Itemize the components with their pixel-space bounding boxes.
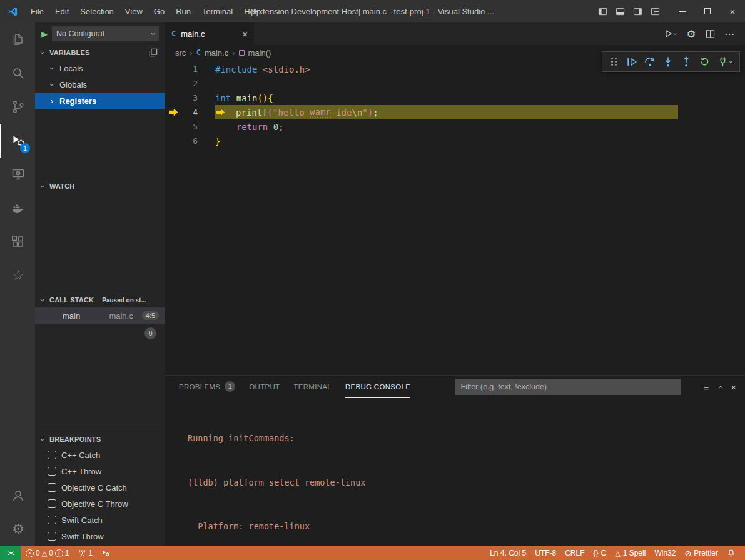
watch-header[interactable]: › WATCH xyxy=(35,179,165,194)
sidebar-item-docker[interactable] xyxy=(0,191,35,225)
menu-go[interactable]: Go xyxy=(148,7,170,16)
menu-run[interactable]: Run xyxy=(170,7,196,16)
breakpoint-cpp-catch[interactable]: C++ Catch xyxy=(35,447,165,463)
settings-button[interactable]: ⚙ xyxy=(0,512,35,546)
code-token: printf xyxy=(236,108,268,118)
menu-view[interactable]: View xyxy=(119,7,148,16)
sidebar-item-run-debug[interactable]: 1 xyxy=(0,124,35,158)
gripper-icon xyxy=(611,58,617,66)
tree-item-label: Locals xyxy=(59,64,83,73)
ports-status[interactable]: 1 xyxy=(74,546,98,560)
code-token: return xyxy=(236,122,268,132)
tab-main-c[interactable]: C main.c × xyxy=(165,22,254,45)
start-debug-icon[interactable]: ▶ xyxy=(41,29,48,39)
maximize-button[interactable] xyxy=(695,0,720,22)
code-line[interactable]: 3 int main(){ xyxy=(165,91,745,105)
menu-edit[interactable]: Edit xyxy=(49,7,74,16)
variables-item-locals[interactable]: › Locals xyxy=(35,60,165,76)
accounts-button[interactable] xyxy=(0,479,35,512)
breakpoint-objc-catch[interactable]: Objective C Catch xyxy=(35,479,165,496)
editor-settings-icon[interactable]: ⚙ xyxy=(687,28,696,40)
code-line[interactable]: 6 } xyxy=(165,134,745,148)
restart-button[interactable] xyxy=(696,54,712,70)
code-line-current[interactable]: 4 printf("hello wamr-ide\n"); xyxy=(165,105,745,119)
menu-selection[interactable]: Selection xyxy=(74,7,119,16)
toggle-sidebar-icon[interactable] xyxy=(594,0,611,22)
tab-debug-console[interactable]: DEBUG CONSOLE xyxy=(345,376,410,398)
debug-status[interactable] xyxy=(97,546,114,560)
code-editor[interactable]: 1 #include <stdio.h> 2 3 int main(){ 4 p… xyxy=(165,60,745,375)
breadcrumb-symbol[interactable]: main() xyxy=(248,48,271,58)
collapse-all-icon[interactable] xyxy=(149,48,158,57)
close-panel-icon[interactable]: × xyxy=(731,382,736,392)
step-into-button[interactable] xyxy=(660,54,676,70)
console-filter-input[interactable] xyxy=(455,379,681,395)
checkbox[interactable] xyxy=(48,451,56,459)
sidebar-item-explorer[interactable] xyxy=(0,22,35,56)
checkbox[interactable] xyxy=(48,499,56,508)
frame-position-badge: 4:5 xyxy=(142,311,159,320)
docker-icon xyxy=(11,201,26,216)
variables-item-registers[interactable]: › Registers xyxy=(35,92,165,109)
continue-button[interactable] xyxy=(624,54,640,70)
call-stack-header[interactable]: › CALL STACK Paused on st... xyxy=(35,292,165,308)
breadcrumb-src[interactable]: src xyxy=(175,48,186,58)
settings-gear-icon: ⚙ xyxy=(12,522,24,536)
inline-breakpoint-icon[interactable] xyxy=(215,109,236,116)
breakpoints-header[interactable]: › BREAKPOINTS xyxy=(35,432,165,447)
breakpoints-section: › BREAKPOINTS C++ Catch C++ Throw Object… xyxy=(35,431,165,546)
breakpoint-objc-throw[interactable]: Objective C Throw xyxy=(35,496,165,512)
close-tab-icon[interactable]: × xyxy=(242,29,248,39)
tab-problems[interactable]: PROBLEMS 1 xyxy=(179,376,235,398)
checkbox[interactable] xyxy=(48,516,56,524)
tab-label: PROBLEMS xyxy=(179,383,220,391)
chevron-down-icon[interactable]: › xyxy=(730,57,736,66)
sidebar-item-marketplace[interactable]: ☆ xyxy=(0,259,35,292)
code-token xyxy=(268,122,273,132)
menu-file[interactable]: File xyxy=(25,7,49,16)
minimize-button[interactable] xyxy=(670,0,695,22)
chevron-down-icon: › xyxy=(152,29,155,39)
breakpoint-swift-throw[interactable]: Swift Throw xyxy=(35,528,165,544)
toolbar-drag-handle[interactable] xyxy=(606,54,622,70)
variables-item-globals[interactable]: › Globals xyxy=(35,76,165,92)
tab-terminal[interactable]: TERMINAL xyxy=(293,376,332,398)
bottom-panel: PROBLEMS 1 OUTPUT TERMINAL DEBUG CONSOLE… xyxy=(165,375,745,546)
activity-bar: 1 ☆ ⚙ xyxy=(0,22,35,546)
close-button[interactable]: × xyxy=(720,0,745,22)
sidebar-item-remote-explorer[interactable] xyxy=(0,158,35,191)
debug-stackframe-icon[interactable] xyxy=(165,109,181,116)
sidebar-item-extensions[interactable] xyxy=(0,225,35,259)
code-line[interactable]: 5 return 0; xyxy=(165,119,745,134)
toggle-secondary-sidebar-icon[interactable] xyxy=(629,0,646,22)
menu-terminal[interactable]: Terminal xyxy=(196,7,238,16)
breakpoint-cpp-throw[interactable]: C++ Throw xyxy=(35,463,165,479)
breadcrumb-file[interactable]: main.c xyxy=(205,48,228,58)
toggle-panel-icon[interactable] xyxy=(611,0,629,22)
breakpoint-swift-catch[interactable]: Swift Catch xyxy=(35,512,165,528)
sidebar-item-search[interactable] xyxy=(0,56,35,90)
run-file-button[interactable]: › xyxy=(664,29,676,39)
split-editor-icon[interactable] xyxy=(706,29,715,39)
checkbox[interactable] xyxy=(48,483,56,492)
code-token: ; xyxy=(373,108,378,118)
code-token: " xyxy=(362,108,367,118)
sidebar-item-source-control[interactable] xyxy=(0,90,35,124)
debug-console-output[interactable]: Running initCommands: (lldb) platform se… xyxy=(165,398,745,560)
tab-output[interactable]: OUTPUT xyxy=(249,376,280,398)
step-over-button[interactable] xyxy=(642,54,658,70)
run-debug-sidebar: ▶ No Configurat › › VARIABLES › Locals ›… xyxy=(35,22,165,546)
customize-layout-icon[interactable] xyxy=(646,0,664,22)
code-line[interactable]: 2 xyxy=(165,76,745,91)
maximize-panel-icon[interactable]: › xyxy=(718,382,721,392)
checkbox[interactable] xyxy=(48,532,56,541)
more-actions-icon[interactable]: ··· xyxy=(725,29,735,39)
remote-indicator[interactable]: >< xyxy=(0,546,21,560)
checkbox[interactable] xyxy=(48,467,56,476)
variables-header[interactable]: › VARIABLES xyxy=(35,45,165,60)
problems-status[interactable]: × 0 △ 0 i 1 xyxy=(21,549,74,558)
step-out-button[interactable] xyxy=(678,54,694,70)
launch-config-dropdown[interactable]: No Configurat › xyxy=(52,26,159,41)
output-actions-icon[interactable]: ≡ xyxy=(703,382,709,392)
stack-frame-row[interactable]: main main.c 4:5 xyxy=(35,308,165,324)
